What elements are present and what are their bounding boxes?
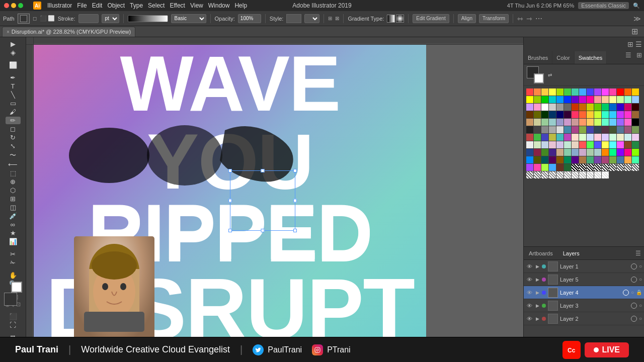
- swatch-item[interactable]: [617, 141, 624, 148]
- scissors-btn[interactable]: ✁: [6, 259, 21, 266]
- transform-btn[interactable]: Transform: [479, 14, 509, 23]
- swatch-item[interactable]: [526, 164, 533, 171]
- swatch-item[interactable]: [579, 88, 586, 96]
- swatch-item[interactable]: [541, 111, 548, 118]
- radial-gradient-btn[interactable]: [396, 15, 404, 23]
- shapebuilder-btn[interactable]: ⊕: [6, 178, 21, 186]
- panel-toggle-btn[interactable]: ⊞: [631, 27, 642, 36]
- swatch-item[interactable]: [609, 88, 616, 96]
- swatch-item[interactable]: [602, 96, 609, 103]
- swatch-item[interactable]: [624, 104, 631, 111]
- swatch-item[interactable]: [617, 134, 624, 141]
- style-select[interactable]: [304, 14, 319, 23]
- panel-expander[interactable]: ≫: [633, 15, 641, 23]
- swatch-item[interactable]: [556, 111, 564, 118]
- menu-object[interactable]: Object: [107, 2, 125, 9]
- swatch-pattern-item[interactable]: [534, 171, 541, 178]
- minimize-window-btn[interactable]: [11, 3, 16, 8]
- swatch-item[interactable]: [632, 111, 639, 118]
- stroke-input[interactable]: [78, 14, 99, 23]
- swatch-item[interactable]: [587, 141, 594, 148]
- swatch-item[interactable]: [572, 126, 579, 133]
- layer-4-lock-icon[interactable]: 🔒: [636, 290, 642, 295]
- swatch-pattern-item[interactable]: [632, 164, 639, 171]
- distribute-icon2[interactable]: ⇾: [526, 15, 532, 23]
- swatch-item[interactable]: [541, 134, 548, 141]
- swatch-item[interactable]: [587, 96, 594, 103]
- gradient-preset-select[interactable]: Basic: [171, 14, 206, 23]
- swatch-item[interactable]: [572, 88, 579, 96]
- swatch-item[interactable]: [587, 111, 594, 118]
- swatch-item[interactable]: [594, 141, 601, 148]
- linear-gradient-btn[interactable]: [387, 15, 395, 23]
- layer-1-row[interactable]: 👁 ▶ Layer 1 ○: [524, 260, 644, 273]
- swatch-item[interactable]: [617, 111, 624, 118]
- layer-4-target[interactable]: [623, 290, 629, 296]
- width-btn[interactable]: ⟵: [6, 161, 21, 168]
- swatch-pattern-item[interactable]: [602, 171, 609, 178]
- edit-gradient-btn[interactable]: Edit Gradient: [413, 14, 449, 23]
- swatch-item[interactable]: [564, 149, 571, 156]
- swatch-item[interactable]: [624, 134, 631, 141]
- swatch-item[interactable]: [609, 119, 616, 126]
- swatch-pattern-item[interactable]: [526, 171, 533, 178]
- swatch-item[interactable]: [587, 119, 594, 126]
- canvas-inner[interactable]: WAVE YOU RIPPED RIPPED: [34, 45, 523, 337]
- swatch-item[interactable]: [579, 104, 586, 111]
- swatch-item[interactable]: [549, 111, 556, 118]
- swatch-item[interactable]: [526, 104, 533, 111]
- swatch-item[interactable]: [549, 141, 556, 148]
- swatch-item[interactable]: [617, 149, 624, 156]
- swatch-item[interactable]: [632, 88, 639, 96]
- swatch-item[interactable]: [632, 134, 639, 141]
- pencil-btn[interactable]: ✏: [6, 117, 21, 124]
- layer-2-target[interactable]: [631, 316, 637, 322]
- swatch-item[interactable]: [624, 119, 631, 126]
- swatch-item[interactable]: [556, 119, 564, 126]
- layer-2-expand-icon[interactable]: ▶: [535, 316, 540, 321]
- brushes-tab[interactable]: Brushes: [524, 51, 552, 64]
- swatch-item[interactable]: [541, 126, 548, 133]
- swatch-item[interactable]: [556, 156, 564, 163]
- select-tool-btn[interactable]: ▶: [6, 40, 21, 48]
- swatch-item[interactable]: [632, 156, 639, 163]
- maximize-window-btn[interactable]: [18, 3, 23, 8]
- perspective-btn[interactable]: ⬡: [6, 187, 21, 194]
- swatch-pattern-item[interactable]: [594, 171, 601, 178]
- swatch-item[interactable]: [579, 156, 586, 163]
- swatch-item[interactable]: [624, 156, 631, 163]
- swatch-item[interactable]: [549, 164, 556, 171]
- swatch-item[interactable]: [609, 156, 616, 163]
- swatch-item[interactable]: [564, 156, 571, 163]
- warp-btn[interactable]: 〜: [6, 151, 21, 160]
- fill-color-box[interactable]: [18, 14, 30, 24]
- swatch-pattern-item[interactable]: [609, 164, 616, 171]
- swatch-item[interactable]: [624, 141, 631, 148]
- align-btn[interactable]: Align: [458, 14, 476, 23]
- swatch-pattern-item[interactable]: [541, 171, 548, 178]
- menu-select[interactable]: Select: [148, 2, 165, 9]
- swatch-item[interactable]: [624, 149, 631, 156]
- swatch-item[interactable]: [617, 88, 624, 96]
- swatch-item[interactable]: [632, 141, 639, 148]
- swatch-item[interactable]: [624, 111, 631, 118]
- layer-1-visible-icon[interactable]: ○: [639, 263, 642, 269]
- menu-help[interactable]: Help: [234, 2, 247, 9]
- layer-3-vis-icon[interactable]: 👁: [526, 303, 533, 309]
- menu-illustrator[interactable]: Illustrator: [47, 2, 72, 9]
- scale-btn[interactable]: ⤡: [6, 142, 21, 150]
- stroke-unit-select[interactable]: pt: [102, 14, 119, 23]
- swatch-item[interactable]: [549, 104, 556, 111]
- swatch-pattern-item[interactable]: [572, 171, 579, 178]
- swatch-item[interactable]: [587, 134, 594, 141]
- swatch-pattern-item[interactable]: [579, 171, 586, 178]
- swatch-item[interactable]: [579, 119, 586, 126]
- swatch-pattern-item[interactable]: [594, 164, 601, 171]
- search-icon[interactable]: 🔍: [633, 3, 640, 9]
- freetransform-btn[interactable]: ⬚: [6, 169, 21, 177]
- swatch-item[interactable]: [541, 149, 548, 156]
- stroke-chip[interactable]: [534, 73, 544, 83]
- swatch-item[interactable]: [579, 141, 586, 148]
- swatch-pattern-item[interactable]: [579, 164, 586, 171]
- screen-mode-btn[interactable]: ⛶: [6, 321, 21, 329]
